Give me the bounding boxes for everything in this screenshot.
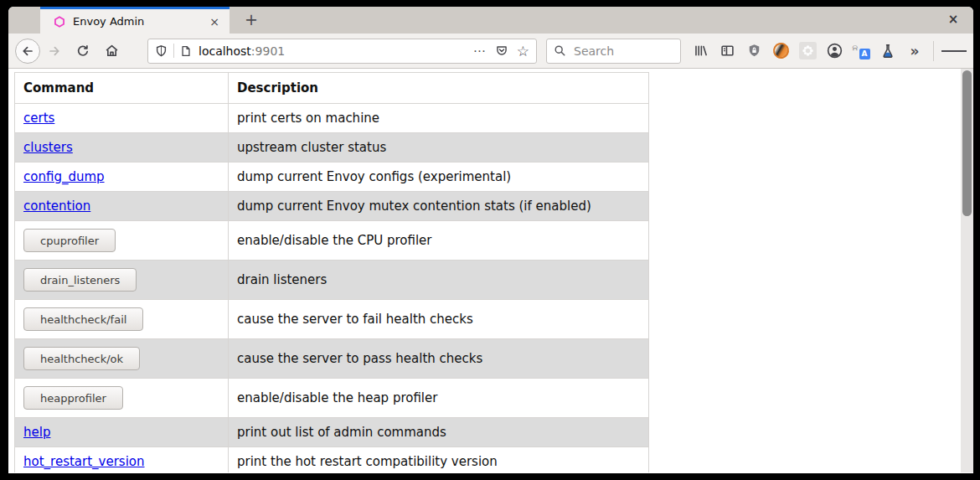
bookmark-star-button[interactable]: ☆ (517, 43, 529, 59)
search-bar[interactable] (546, 39, 681, 64)
tab-envoy-admin[interactable]: Envoy Admin × (40, 7, 230, 34)
url-text[interactable]: localhost:9901 (199, 44, 473, 58)
forward-icon (48, 44, 61, 58)
extension-flower-icon (799, 42, 817, 59)
description-cell: cause the server to pass health checks (229, 339, 649, 379)
command-button[interactable]: healthcheck/ok (23, 347, 140, 370)
table-row: certsprint certs on machine (15, 104, 649, 133)
command-cell: hot_restart_version (15, 447, 229, 473)
column-header-description: Description (229, 73, 649, 104)
description-cell: enable/disable the CPU profiler (229, 221, 649, 261)
translate-letter: A (859, 49, 870, 59)
envoy-favicon-icon (54, 16, 65, 28)
translate-icon: ⍾ A (853, 43, 870, 59)
new-tab-button[interactable]: + (240, 8, 263, 32)
description-cell: dump current Envoy configs (experimental… (229, 163, 649, 192)
command-button[interactable]: healthcheck/fail (23, 307, 143, 331)
table-header-row: Command Description (15, 73, 649, 104)
overflow-button[interactable]: » (902, 39, 927, 64)
forward-button[interactable] (42, 39, 67, 64)
command-link[interactable]: clusters (23, 140, 73, 155)
command-cell: config_dump (15, 163, 229, 192)
home-icon (105, 44, 119, 58)
command-link[interactable]: certs (23, 111, 54, 126)
flask-extension-button[interactable] (875, 39, 900, 64)
menu-button[interactable] (941, 39, 967, 64)
tab-bar: Envoy Admin × + × (8, 7, 973, 34)
search-input[interactable] (572, 44, 668, 59)
command-button[interactable]: drain_listeners (23, 268, 137, 292)
command-link[interactable]: config_dump (23, 169, 105, 184)
shield-lock-icon (747, 44, 761, 58)
table-row: contentiondump current Envoy mutex conte… (15, 192, 649, 221)
translate-figure: ⍾ (853, 43, 859, 53)
account-icon (827, 43, 843, 59)
command-cell: help (15, 418, 229, 447)
command-cell: certs (15, 104, 229, 133)
command-link[interactable]: contention (23, 199, 90, 214)
extension-fox-icon (771, 41, 790, 60)
table-row: cpuprofilerenable/disable the CPU profil… (15, 221, 649, 261)
command-table: Command Description certsprint certs on … (14, 72, 649, 472)
sidebar-button[interactable] (714, 39, 740, 64)
toolbar-icon-strip: ⍾ A » (686, 39, 967, 64)
back-icon (21, 44, 34, 58)
reload-icon (76, 44, 90, 58)
table-row: healthcheck/okcause the server to pass h… (15, 339, 649, 379)
reload-button[interactable] (70, 39, 95, 64)
back-button[interactable] (15, 39, 40, 64)
menu-icon (941, 50, 950, 52)
sidebar-icon (720, 44, 735, 58)
url-bar[interactable]: localhost:9901 ⋯ ☆ (147, 39, 537, 64)
page-actions-button[interactable]: ⋯ (473, 44, 487, 59)
table-row: healthcheck/failcause the server to fail… (15, 300, 649, 339)
command-cell: cpuprofiler (15, 221, 229, 261)
library-button[interactable] (688, 39, 713, 64)
command-cell: contention (15, 192, 229, 221)
description-cell: dump current Envoy mutex contention stat… (229, 192, 649, 221)
column-header-command: Command (15, 73, 229, 104)
table-row: clustersupstream cluster status (15, 133, 649, 163)
table-row: config_dumpdump current Envoy configs (e… (15, 163, 649, 192)
home-button[interactable] (99, 39, 124, 64)
tracking-shield-icon[interactable] (155, 44, 168, 58)
translate-extension-button[interactable]: ⍾ A (848, 39, 874, 64)
command-link[interactable]: help (23, 425, 50, 440)
urlbar-divider (173, 44, 174, 58)
command-cell: healthcheck/fail (15, 300, 229, 339)
description-cell: print the hot restart compatibility vers… (229, 447, 649, 473)
tab-title: Envoy Admin (73, 15, 206, 28)
browser-window: Envoy Admin × + × (8, 7, 973, 473)
command-cell: drain_listeners (15, 261, 229, 300)
description-cell: upstream cluster status (229, 133, 649, 163)
library-icon (694, 44, 708, 58)
desktop: { "tabbar": { "tab_title": "Envoy Admin"… (0, 0, 980, 480)
url-port: :9901 (251, 44, 285, 58)
command-button[interactable]: heapprofiler (23, 386, 123, 410)
command-cell: healthcheck/ok (15, 339, 229, 379)
pocket-icon[interactable] (495, 44, 508, 57)
overflow-chevron-icon: » (910, 43, 920, 59)
scrollbar-thumb[interactable] (962, 70, 972, 216)
search-icon (554, 44, 566, 57)
page-icon[interactable] (180, 44, 192, 58)
command-link[interactable]: hot_restart_version (23, 454, 145, 469)
flower-extension-button[interactable] (795, 39, 820, 64)
table-row: helpprint out list of admin commands (15, 418, 649, 447)
description-cell: print out list of admin commands (229, 418, 649, 447)
shield-extension-button[interactable] (741, 39, 766, 64)
command-button[interactable]: cpuprofiler (23, 229, 116, 252)
flask-icon (880, 44, 895, 59)
page-content: Command Description certsprint certs on … (8, 69, 973, 472)
table-row: drain_listenersdrain listeners (15, 261, 649, 300)
command-cell: heapprofiler (15, 379, 229, 418)
window-close-button[interactable]: × (943, 10, 963, 30)
vertical-scrollbar[interactable] (961, 69, 973, 472)
account-button[interactable] (822, 39, 847, 64)
fox-extension-button[interactable] (768, 39, 793, 64)
table-row: heapprofilerenable/disable the heap prof… (15, 379, 649, 418)
description-cell: print certs on machine (229, 104, 649, 133)
tab-close-icon[interactable]: × (206, 15, 223, 28)
description-cell: cause the server to fail health checks (229, 300, 649, 339)
description-cell: enable/disable the heap profiler (229, 379, 649, 418)
